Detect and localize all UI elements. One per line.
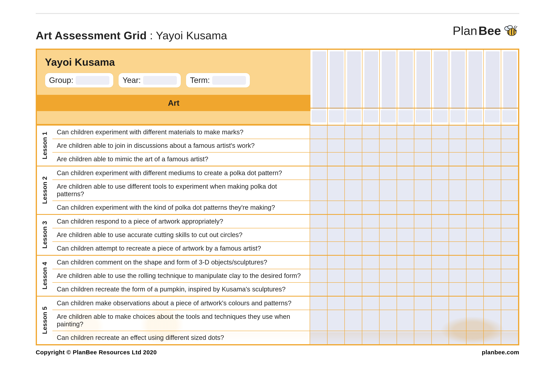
assessment-cell[interactable] <box>449 283 466 296</box>
assessment-cell[interactable] <box>397 310 414 331</box>
assessment-cell[interactable] <box>344 215 362 228</box>
student-column-header[interactable] <box>483 50 501 125</box>
assessment-cell[interactable] <box>327 256 345 269</box>
assessment-cell[interactable] <box>397 269 414 282</box>
assessment-cell[interactable] <box>344 153 362 166</box>
assessment-cell[interactable] <box>327 283 345 296</box>
assessment-cell[interactable] <box>449 166 466 179</box>
assessment-cell[interactable] <box>466 166 483 179</box>
assessment-cell[interactable] <box>449 242 466 255</box>
assessment-cell[interactable] <box>483 201 501 214</box>
assessment-cell[interactable] <box>344 180 362 200</box>
assessment-cell[interactable] <box>449 228 466 242</box>
assessment-cell[interactable] <box>449 269 466 282</box>
assessment-cell[interactable] <box>431 269 449 282</box>
assessment-cell[interactable] <box>327 180 345 200</box>
assessment-cell[interactable] <box>379 180 397 200</box>
assessment-cell[interactable] <box>466 215 483 228</box>
assessment-cell[interactable] <box>501 297 518 310</box>
year-input[interactable] <box>143 76 177 85</box>
assessment-cell[interactable] <box>362 310 379 331</box>
student-column-header[interactable] <box>414 50 431 125</box>
assessment-cell[interactable] <box>310 215 327 228</box>
assessment-cell[interactable] <box>397 166 414 179</box>
assessment-cell[interactable] <box>379 166 397 179</box>
assessment-cell[interactable] <box>483 126 501 139</box>
assessment-cell[interactable] <box>501 242 518 255</box>
assessment-cell[interactable] <box>501 139 518 152</box>
assessment-cell[interactable] <box>327 201 345 214</box>
assessment-cell[interactable] <box>310 297 327 310</box>
student-column-header[interactable] <box>345 50 362 125</box>
assessment-cell[interactable] <box>431 126 449 139</box>
assessment-cell[interactable] <box>414 256 431 269</box>
assessment-cell[interactable] <box>344 256 362 269</box>
assessment-cell[interactable] <box>483 310 501 331</box>
assessment-cell[interactable] <box>483 331 501 344</box>
assessment-cell[interactable] <box>414 242 431 255</box>
assessment-cell[interactable] <box>483 166 501 179</box>
assessment-cell[interactable] <box>344 283 362 296</box>
assessment-cell[interactable] <box>414 180 431 200</box>
assessment-cell[interactable] <box>310 310 327 331</box>
assessment-cell[interactable] <box>397 228 414 242</box>
assessment-cell[interactable] <box>414 201 431 214</box>
assessment-cell[interactable] <box>362 215 379 228</box>
student-column-header[interactable] <box>449 50 466 125</box>
assessment-cell[interactable] <box>327 297 345 310</box>
assessment-cell[interactable] <box>414 153 431 166</box>
assessment-cell[interactable] <box>483 153 501 166</box>
student-column-header[interactable] <box>362 50 379 125</box>
assessment-cell[interactable] <box>431 201 449 214</box>
assessment-cell[interactable] <box>362 228 379 242</box>
student-column-header[interactable] <box>310 50 327 125</box>
assessment-cell[interactable] <box>327 153 345 166</box>
assessment-cell[interactable] <box>431 256 449 269</box>
student-column-header[interactable] <box>397 50 414 125</box>
assessment-cell[interactable] <box>449 256 466 269</box>
assessment-cell[interactable] <box>397 180 414 200</box>
assessment-cell[interactable] <box>379 228 397 242</box>
assessment-cell[interactable] <box>310 166 327 179</box>
assessment-cell[interactable] <box>449 180 466 200</box>
assessment-cell[interactable] <box>483 283 501 296</box>
assessment-cell[interactable] <box>397 297 414 310</box>
assessment-cell[interactable] <box>501 153 518 166</box>
assessment-cell[interactable] <box>431 331 449 344</box>
assessment-cell[interactable] <box>362 297 379 310</box>
assessment-cell[interactable] <box>466 331 483 344</box>
assessment-cell[interactable] <box>310 139 327 152</box>
assessment-cell[interactable] <box>327 166 345 179</box>
assessment-cell[interactable] <box>449 310 466 331</box>
assessment-cell[interactable] <box>483 215 501 228</box>
assessment-cell[interactable] <box>466 153 483 166</box>
assessment-cell[interactable] <box>397 256 414 269</box>
assessment-cell[interactable] <box>431 215 449 228</box>
assessment-cell[interactable] <box>344 269 362 282</box>
assessment-cell[interactable] <box>431 166 449 179</box>
assessment-cell[interactable] <box>483 297 501 310</box>
student-column-header[interactable] <box>327 50 345 125</box>
group-input[interactable] <box>76 76 109 85</box>
assessment-cell[interactable] <box>397 331 414 344</box>
assessment-cell[interactable] <box>431 242 449 255</box>
student-column-header[interactable] <box>431 50 449 125</box>
assessment-cell[interactable] <box>431 153 449 166</box>
assessment-cell[interactable] <box>310 331 327 344</box>
assessment-cell[interactable] <box>327 331 345 344</box>
assessment-cell[interactable] <box>327 242 345 255</box>
assessment-cell[interactable] <box>501 215 518 228</box>
assessment-cell[interactable] <box>483 228 501 242</box>
assessment-cell[interactable] <box>466 201 483 214</box>
assessment-cell[interactable] <box>362 180 379 200</box>
assessment-cell[interactable] <box>449 297 466 310</box>
assessment-cell[interactable] <box>310 126 327 139</box>
assessment-cell[interactable] <box>466 297 483 310</box>
assessment-cell[interactable] <box>466 283 483 296</box>
assessment-cell[interactable] <box>414 331 431 344</box>
assessment-cell[interactable] <box>501 331 518 344</box>
assessment-cell[interactable] <box>344 126 362 139</box>
assessment-cell[interactable] <box>449 139 466 152</box>
assessment-cell[interactable] <box>310 283 327 296</box>
assessment-cell[interactable] <box>501 256 518 269</box>
